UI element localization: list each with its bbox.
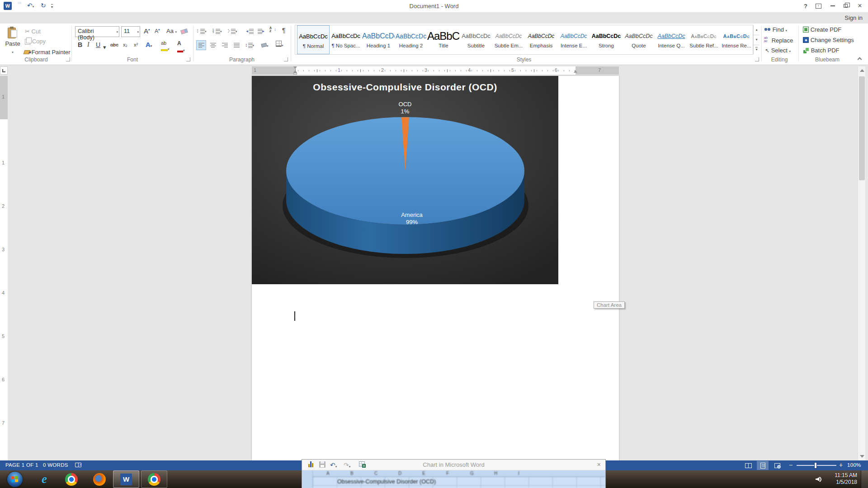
change-case-button[interactable]: Aa ▾ [166, 28, 177, 34]
pie-chart[interactable]: Obsessive-Compulsive Disorder (OCD) OCD … [252, 76, 558, 286]
batch-pdf-button[interactable]: Batch PDF [803, 47, 839, 54]
start-button[interactable] [5, 470, 24, 488]
style-heading2[interactable]: AaBbCcDcHeading 2 [395, 25, 427, 54]
paragraph-dialog-launcher[interactable] [284, 57, 288, 61]
style-strong[interactable]: AaBbCcDcStrong [590, 25, 623, 54]
taskbar-chrome-pinned[interactable] [62, 470, 80, 488]
style-subtle-emphasis[interactable]: AaBbCcDcSubtle Em... [492, 25, 525, 54]
superscript-button[interactable]: x² [134, 42, 138, 47]
clipboard-dialog-launcher[interactable] [66, 57, 70, 61]
taskbar-internet-explorer[interactable]: e [35, 470, 53, 488]
style-intense-quote[interactable]: AaBbCcDcIntense Q... [655, 25, 688, 54]
zoom-slider-thumb[interactable] [814, 462, 817, 469]
zoom-level[interactable]: 100% [847, 462, 861, 468]
tab-selector[interactable] [0, 66, 8, 75]
multilevel-list-button[interactable]: • • •▾ [228, 27, 237, 34]
print-layout-button[interactable] [757, 461, 769, 470]
vertical-scrollbar[interactable] [858, 66, 865, 460]
font-size-combobox[interactable]: 11▾ [121, 26, 140, 37]
style-heading1[interactable]: AaBbCcDcHeading 1 [362, 25, 395, 54]
bold-button[interactable]: B [78, 41, 82, 48]
left-indent-marker[interactable] [293, 73, 297, 75]
minimize-button[interactable] [826, 1, 839, 10]
find-button[interactable]: Find ▾ [764, 26, 787, 33]
strikethrough-button[interactable]: abc [110, 42, 118, 47]
change-settings-button[interactable]: Change Settings [803, 37, 854, 43]
style-normal[interactable]: AaBbCcDc¶ Normal [297, 25, 330, 54]
scrollbar-thumb[interactable] [859, 76, 865, 180]
borders-button[interactable]: ▾ [276, 41, 283, 48]
create-pdf-button[interactable]: Create PDF [803, 26, 841, 33]
decrease-indent-button[interactable]: ◂ [246, 27, 254, 34]
font-dialog-launcher[interactable] [186, 57, 190, 61]
paste-button[interactable]: Paste ▾ [4, 27, 22, 54]
line-spacing-button[interactable]: ↕▾ [245, 41, 254, 48]
style-intense-reference[interactable]: AaBbCcDcIntense Re... [720, 25, 753, 54]
close-button[interactable]: × [854, 1, 866, 10]
page-indicator[interactable]: PAGE 1 OF 1 [5, 462, 38, 468]
tray-clock[interactable]: 11:15 AM 1/5/2018 [835, 472, 857, 486]
styles-gallery-down-button[interactable]: ▾ [753, 35, 760, 45]
zoom-out-button[interactable]: − [789, 461, 793, 469]
restore-button[interactable] [839, 1, 852, 10]
taskbar-firefox[interactable] [90, 470, 108, 488]
chart-window-close-button[interactable]: × [597, 461, 601, 468]
italic-button[interactable]: I [87, 41, 90, 48]
select-button[interactable]: ↖ Select ▾ [765, 47, 791, 54]
bullets-button[interactable]: • • •▾ [197, 27, 207, 34]
subscript-button[interactable]: x₂ [123, 42, 127, 47]
cut-button[interactable]: ✂ Cut [25, 28, 41, 35]
show-hide-paragraph-button[interactable]: ¶ [282, 27, 286, 34]
style-subtitle[interactable]: AaBbCcDcSubtitle [460, 25, 492, 54]
read-mode-button[interactable] [742, 461, 754, 470]
show-desktop-button[interactable] [861, 470, 868, 488]
underline-dropdown-icon[interactable]: ▾ [103, 44, 106, 51]
style-quote[interactable]: AaBbCcDcQuote [623, 25, 655, 54]
sign-in-link[interactable]: Sign in [844, 14, 863, 21]
taskbar-chrome-window[interactable] [141, 470, 167, 488]
word-count[interactable]: 0 WORDS [43, 462, 68, 468]
align-center-button[interactable] [208, 40, 218, 50]
web-layout-button[interactable] [771, 461, 783, 470]
underline-button[interactable]: U [96, 41, 100, 48]
collapse-ribbon-button[interactable] [858, 57, 862, 62]
styles-gallery-up-button[interactable]: ▴ [753, 25, 760, 35]
chart-data-window[interactable]: ↶▾ ↷▾ Chart in Microsoft Word × A B C D … [302, 459, 606, 488]
scroll-up-icon[interactable] [860, 69, 864, 72]
chart-window-titlebar[interactable]: ↶▾ ↷▾ Chart in Microsoft Word × [302, 460, 605, 470]
shading-button[interactable]: ▾ [261, 42, 269, 48]
taskbar-word-active[interactable]: W [113, 470, 139, 488]
zoom-in-button[interactable]: + [839, 461, 843, 469]
font-color-button[interactable]: A▾ [177, 40, 185, 53]
web-layout-icon [774, 463, 780, 468]
align-left-button[interactable] [196, 40, 206, 50]
style-subtle-reference[interactable]: AaBbCcDcSubtle Ref... [688, 25, 720, 54]
font-name-combobox[interactable]: Calibri (Body)▾ [75, 26, 119, 37]
highlight-color-button[interactable]: ab▾ [161, 40, 170, 51]
proofing-status[interactable]: ✓ [75, 463, 85, 468]
format-painter-button[interactable]: Format Painter [24, 49, 71, 56]
text-effects-button[interactable]: A▾ [146, 41, 152, 48]
document-page[interactable]: Obsessive-Compulsive Disorder (OCD) OCD … [252, 76, 619, 460]
justify-button[interactable] [231, 40, 241, 50]
align-right-button[interactable] [220, 40, 230, 50]
shrink-font-button[interactable]: A▾ [155, 28, 160, 34]
clear-formatting-button[interactable] [181, 28, 188, 35]
sort-button[interactable]: A Z↓ [269, 27, 277, 34]
increase-indent-button[interactable]: ▸ [257, 27, 264, 34]
ribbon-display-options-button[interactable]: ↑ [812, 1, 825, 10]
style-no-spacing[interactable]: AaBbCcDc¶ No Spac... [330, 25, 362, 54]
replace-button[interactable]: ab ac Replace [764, 37, 793, 44]
copy-button[interactable]: Copy [25, 38, 46, 45]
style-emphasis[interactable]: AaBbCcDcEmphasis [525, 25, 557, 54]
right-indent-marker[interactable] [574, 70, 577, 73]
style-title[interactable]: AaBbCcDcTitle [427, 25, 460, 54]
numbering-button[interactable]: 1 2 3▾ [212, 27, 222, 34]
help-button[interactable]: ? [799, 1, 812, 10]
volume-tray-button[interactable] [812, 470, 823, 488]
style-intense-emphasis[interactable]: AaBbCcDcIntense E... [557, 25, 590, 54]
styles-gallery-more-button[interactable]: ▾ [753, 45, 760, 54]
grow-font-button[interactable]: A▴ [144, 27, 150, 35]
first-line-indent-marker[interactable] [293, 66, 297, 69]
scroll-down-icon[interactable] [860, 455, 864, 458]
